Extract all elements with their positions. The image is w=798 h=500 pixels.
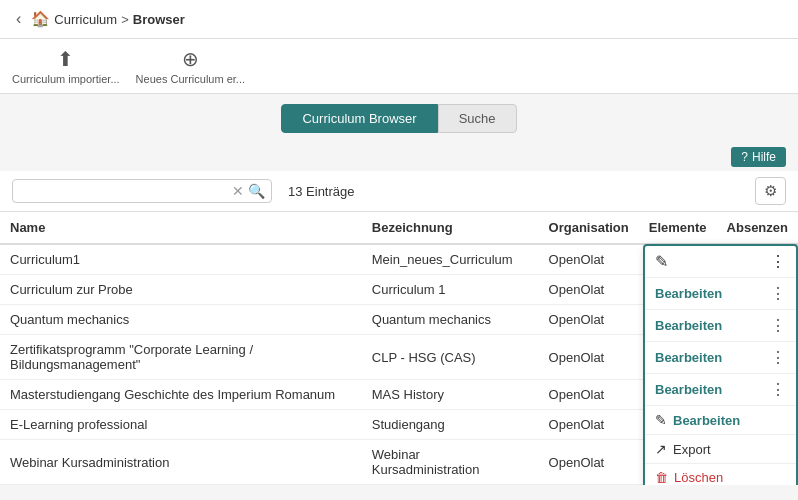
add-icon: ⊕	[182, 47, 199, 71]
breadcrumb-sep: >	[121, 12, 129, 27]
tab-bar: Curriculum Browser Suche	[0, 94, 798, 143]
ctx-bearbeiten-0: Bearbeiten	[655, 286, 722, 301]
breadcrumb-root: Curriculum	[54, 12, 117, 27]
ctx-header-edit-icon[interactable]: ✎	[655, 252, 668, 271]
ctx-dots-0[interactable]: ⋮	[770, 284, 786, 303]
edit-icon-2: ✎	[655, 412, 667, 428]
settings-button[interactable]: ⚙	[755, 177, 786, 205]
ctx-item-delete[interactable]: 🗑 Löschen	[645, 464, 796, 485]
tab-curriculum-browser[interactable]: Curriculum Browser	[281, 104, 437, 133]
export-icon: ↗	[655, 441, 667, 457]
import-label: Curriculum importier...	[12, 73, 120, 85]
cell-name: Quantum mechanics	[0, 305, 362, 335]
col-organisation: Organisation	[539, 212, 639, 244]
ctx-export-label: Export	[673, 442, 711, 457]
table-header-row: Name Bezeichnung Organisation Elemente A…	[0, 212, 798, 244]
ctx-dots-1[interactable]: ⋮	[770, 316, 786, 335]
cell-organisation: OpenOlat	[539, 440, 639, 485]
ctx-delete-row: 🗑 Löschen	[655, 470, 723, 485]
col-bezeichnung: Bezeichnung	[362, 212, 539, 244]
cell-organisation: OpenOlat	[539, 305, 639, 335]
table-wrap: Name Bezeichnung Organisation Elemente A…	[0, 212, 798, 485]
top-bar: ‹ 🏠 Curriculum > Browser	[0, 0, 798, 39]
cell-organisation: OpenOlat	[539, 335, 639, 380]
ctx-dots-2[interactable]: ⋮	[770, 348, 786, 367]
cell-bezeichnung: MAS History	[362, 380, 539, 410]
cell-bezeichnung: Mein_neues_Curriculum	[362, 244, 539, 275]
help-label: Hilfe	[752, 150, 776, 164]
help-row: ? Hilfe	[0, 143, 798, 171]
cell-bezeichnung: Quantum mechanics	[362, 305, 539, 335]
breadcrumb-current: Browser	[133, 12, 185, 27]
ctx-delete-label: Löschen	[674, 470, 723, 485]
import-curriculum-button[interactable]: ⬆ Curriculum importier...	[12, 47, 120, 85]
delete-icon: 🗑	[655, 470, 668, 485]
col-absenzen: Absenzen	[717, 212, 798, 244]
ctx-item-0[interactable]: Bearbeiten ⋮	[645, 278, 796, 310]
help-button[interactable]: ? Hilfe	[731, 147, 786, 167]
cell-organisation: OpenOlat	[539, 244, 639, 275]
ctx-item-export[interactable]: ↗ Export	[645, 435, 796, 464]
search-box: ✕ 🔍	[12, 179, 272, 203]
main-content: Name Bezeichnung Organisation Elemente A…	[0, 212, 798, 485]
ctx-item-edit-icon[interactable]: ✎ Bearbeiten	[645, 406, 796, 435]
toolbar: ⬆ Curriculum importier... ⊕ Neues Curric…	[0, 39, 798, 94]
ctx-item-2[interactable]: Bearbeiten ⋮	[645, 342, 796, 374]
ctx-edit-label-row: ✎ Bearbeiten	[655, 412, 740, 428]
cell-bezeichnung: Webinar Kursadministration	[362, 440, 539, 485]
cell-organisation: OpenOlat	[539, 275, 639, 305]
clear-icon[interactable]: ✕	[232, 183, 244, 199]
ctx-bearbeiten-1: Bearbeiten	[655, 318, 722, 333]
ctx-bearbeiten-3: Bearbeiten	[655, 382, 722, 397]
cell-organisation: OpenOlat	[539, 380, 639, 410]
back-button[interactable]: ‹	[12, 8, 25, 30]
ctx-item-3[interactable]: Bearbeiten ⋮	[645, 374, 796, 406]
cell-name: E-Learning professional	[0, 410, 362, 440]
entries-count: 13 Einträge	[280, 184, 747, 199]
ctx-export-row: ↗ Export	[655, 441, 711, 457]
cell-name: Masterstudiengang Geschichte des Imperiu…	[0, 380, 362, 410]
col-elemente: Elemente	[639, 212, 717, 244]
cell-name: Curriculum1	[0, 244, 362, 275]
question-icon: ?	[741, 150, 748, 164]
ctx-dots-3[interactable]: ⋮	[770, 380, 786, 399]
search-icon[interactable]: 🔍	[248, 183, 265, 199]
cell-name: Curriculum zur Probe	[0, 275, 362, 305]
context-menu: ✎ ⋮ Bearbeiten ⋮ Bearbeiten ⋮ Bearbeiten…	[643, 244, 798, 485]
tab-suche[interactable]: Suche	[438, 104, 517, 133]
cell-name: Zertifikatsprogramm "Corporate Learning …	[0, 335, 362, 380]
ctx-header-row: ✎ ⋮	[645, 246, 796, 278]
ctx-header-dots-button[interactable]: ⋮	[770, 252, 786, 271]
col-name: Name	[0, 212, 362, 244]
new-label: Neues Curriculum er...	[136, 73, 245, 85]
cell-bezeichnung: CLP - HSG (CAS)	[362, 335, 539, 380]
cell-bezeichnung: Studiengang	[362, 410, 539, 440]
ctx-bearbeiten-icon: Bearbeiten	[673, 413, 740, 428]
upload-icon: ⬆	[57, 47, 74, 71]
search-row: ✕ 🔍 13 Einträge ⚙	[0, 171, 798, 212]
search-input[interactable]	[19, 184, 232, 199]
new-curriculum-button[interactable]: ⊕ Neues Curriculum er...	[136, 47, 245, 85]
home-icon[interactable]: 🏠	[31, 10, 50, 28]
breadcrumb: 🏠 Curriculum > Browser	[31, 10, 184, 28]
ctx-bearbeiten-2: Bearbeiten	[655, 350, 722, 365]
cell-organisation: OpenOlat	[539, 410, 639, 440]
ctx-item-1[interactable]: Bearbeiten ⋮	[645, 310, 796, 342]
cell-bezeichnung: Curriculum 1	[362, 275, 539, 305]
cell-name: Webinar Kursadministration	[0, 440, 362, 485]
